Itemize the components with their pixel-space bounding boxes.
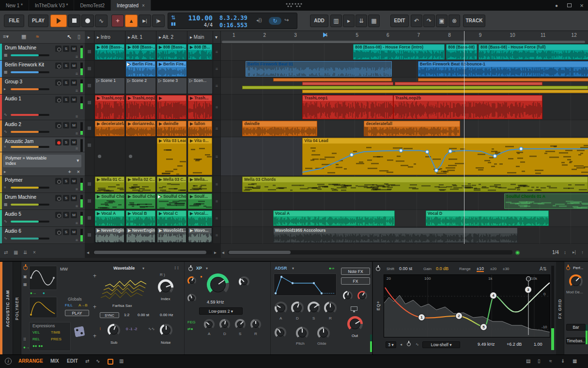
clip-slot[interactable]: ▶ Mella... [187,176,213,193]
tempo-value[interactable]: 110.00 [182,14,213,22]
track-menu-icon[interactable]: ≡ [76,146,78,151]
filter-mod-dot[interactable]: ● [200,274,202,279]
layers-panel-icon[interactable]: ≈ [549,358,552,364]
clip-slot[interactable]: ▶ NeverEngin... [94,227,125,244]
solo-button[interactable]: S [63,178,69,184]
solo-button[interactable]: S [63,139,69,145]
clip-slot[interactable]: ▶ 808 (B... [187,44,213,61]
dual-view-icon[interactable]: ⇄ [85,358,89,364]
arranger-clip[interactable]: 808 (Bass-08) [446,44,477,60]
add-expression-button[interactable]: + [93,333,96,339]
close-icon[interactable]: × [575,0,588,11]
filter-feg-route-icon[interactable]: ⇄● [187,327,193,331]
device-remote-icon[interactable]: ▣ [23,274,27,279]
clip-slot[interactable]: ▶ dwindle [156,120,187,137]
record-arm-button[interactable] [55,122,62,128]
mixer-compact-icon[interactable]: ▦ [21,33,26,40]
grid-small-icon[interactable]: ▦ [14,250,18,255]
arranger-clip[interactable]: Soulful Chords 01 A [504,193,588,209]
mix-view-button[interactable]: MIX [50,358,59,364]
clip-slot[interactable]: ▶ Vocal... [187,210,213,227]
split-view-icon[interactable]: ▯ [77,33,80,40]
filter-env-r-knob[interactable] [250,319,261,330]
session-status-icon[interactable]: ● [550,0,563,11]
fx-grid-power-icon[interactable] [566,266,570,270]
track-row[interactable]: Drum Machine ▦ S M ≡ [0,44,85,61]
track-row[interactable]: Audio 6 ∿ S M ≡ [0,227,85,244]
arrange-view-button[interactable]: ARRANGE [18,358,43,364]
play-button[interactable] [50,15,67,27]
arranger-hscroll-track[interactable] [228,250,512,255]
solo-button[interactable]: S [63,212,69,218]
oscillator-display[interactable] [29,266,57,290]
arranger-clip[interactable]: TrashLoop1 [302,95,393,119]
record-arm-button[interactable] [55,212,62,218]
document-tab[interactable]: Integrated× [111,0,151,11]
filter-feg-label[interactable]: FEG [187,320,195,324]
launcher-clip[interactable]: ▶ deceleratefall [95,121,124,136]
launcher-clip[interactable]: ▶ NeverEngin... [95,227,124,243]
fx-send-a-knob[interactable] [343,291,353,301]
clip-slot[interactable]: ▶ Mella 01 C... [94,176,125,193]
clip-slot[interactable]: ▶ 808 (Bass-... [125,44,156,61]
track-menu-button[interactable]: TRACK [463,15,485,27]
clip-slot[interactable] [125,137,156,176]
volume-fader[interactable] [11,131,49,133]
group-scene-clip[interactable]: ▷ Scene 2 [126,78,155,94]
wavetable-chevron-icon[interactable]: ▾ [142,266,144,271]
mute-button[interactable]: M [71,96,77,103]
track-row[interactable]: Audio 5 ∿ S M ≡ [0,210,85,227]
layout-lines-icon[interactable]: ≈ [36,33,39,39]
retrig-icon[interactable]: R ) [160,272,165,277]
playhead[interactable] [464,31,464,244]
record-arm-button[interactable] [55,229,62,235]
alt-cell[interactable]: ≡ [213,137,221,176]
filter-cutoff-value[interactable]: 4.59 kHz [207,300,224,304]
clip-stop-cell[interactable] [85,120,94,137]
launcher-clip[interactable]: ▶ dorianredu... [126,121,155,136]
mute-button[interactable]: M [71,46,77,52]
expression-timb[interactable]: TIMB [51,330,60,335]
device-panel-track-tab[interactable]: ACOUSTIC JAM [2,262,13,355]
clip-slot[interactable]: ▶ TrashLoop1 [94,95,125,120]
mute-button[interactable]: M [71,195,77,201]
launcher-clip[interactable]: ▶ Wavo... [188,227,212,243]
clip-slot[interactable]: ▷ Scene 2 [125,78,156,95]
track-menu-icon[interactable]: ≡ [76,71,78,76]
launcher-clip[interactable]: ▶ Mella... [188,176,212,192]
alt-cell[interactable]: ≡ [213,44,221,61]
launcher-clip[interactable]: ▶ Vocal B [126,210,155,226]
monitor-icon[interactable] [351,306,357,311]
clip-slot[interactable]: ▷ Scene 1 [94,78,125,95]
clip-slot[interactable]: ▶ Mella 03 C... [156,176,187,193]
clip-slot[interactable]: ▶ dorianredu... [125,120,156,137]
launcher-clip[interactable]: ▶ Berlin Fire... [157,61,186,77]
launcher-clip[interactable]: ▶ TrashLoop1 [95,95,124,119]
group-summary-segment[interactable] [418,78,588,81]
filter-env-a-knob[interactable] [204,319,215,330]
expression-pres[interactable]: PRES [51,337,62,341]
launcher-clip[interactable]: ▶ Mella 02 C... [126,176,155,192]
clip-stop-cell[interactable] [85,176,94,193]
download-tray-icon[interactable]: ⇓ [561,358,565,364]
mod-route-icon[interactable]: ●→ [23,345,30,350]
eq-range-10[interactable]: ±10 [477,266,484,272]
mixer-strip-icon[interactable]: ▦ [573,358,577,364]
launcher-clip[interactable]: ▶ fallon [188,121,212,136]
shuffle-icon[interactable]: ⇄ [4,250,8,255]
primary-device-selector[interactable]: Polymer » Wavetable Index ▾ [3,155,81,167]
document-tab[interactable]: New 1 * [0,0,29,11]
volume-fader[interactable] [11,187,49,189]
clip-slot[interactable]: ▶ Vocal B [125,210,156,227]
launcher-clip[interactable]: ▶ Wavoloid1... [157,227,186,243]
expression-rel[interactable]: REL [32,337,40,341]
adsr-envelope-display[interactable] [274,273,337,296]
globals-fill-button[interactable]: FILL [65,303,73,307]
filter-drive-knob[interactable] [187,276,196,285]
mute-button[interactable]: M [71,139,77,145]
clip-slot[interactable] [94,61,125,78]
mute-button[interactable]: M [71,212,77,218]
clip-slot[interactable]: ▶ 808 (Bass-... [94,44,125,61]
arranger-zoom-bar[interactable] [222,41,585,43]
add-track-button[interactable]: ADD [310,15,328,27]
